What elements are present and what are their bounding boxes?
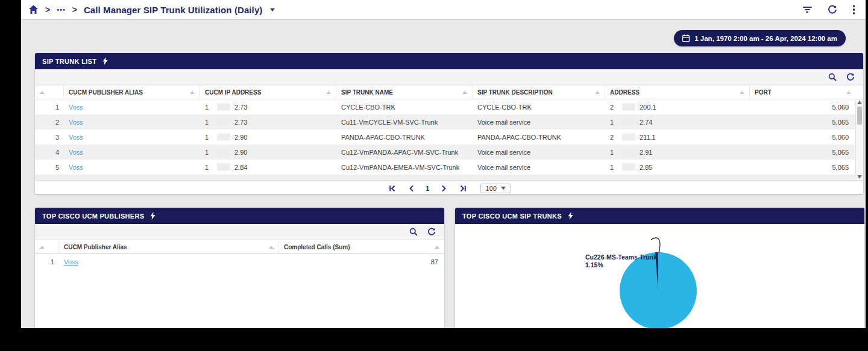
dashboard-content: 1 Jan, 1970 2:00 am - 26 Apr, 2024 12:00… <box>21 20 866 328</box>
publisher-alias-link[interactable]: Voss <box>64 258 78 266</box>
table-row[interactable]: 6 Voss 12.84 PANDA-EMEA-CBO-TRUNK PANDA-… <box>35 175 863 181</box>
sort-caret-icon[interactable] <box>190 91 195 94</box>
address-cell: 2211.1 <box>605 133 750 141</box>
sort-caret-icon[interactable] <box>326 91 331 94</box>
top-sip-trunks-title: TOP CISCO UCM SIP TRUNKS <box>462 213 562 220</box>
publisher-alias-link[interactable]: Voss <box>69 149 83 156</box>
sort-caret-icon[interactable] <box>40 246 45 249</box>
sort-caret-icon[interactable] <box>40 91 45 94</box>
lightning-bolt-icon[interactable] <box>150 212 156 220</box>
first-page-button[interactable] <box>387 183 398 194</box>
filter-icon[interactable] <box>803 7 812 13</box>
publisher-alias-link[interactable]: Voss <box>69 179 83 181</box>
sort-caret-icon[interactable] <box>595 91 600 94</box>
row-number: 2 <box>35 119 64 126</box>
sip-trunk-desc-cell: PANDA-EMEA-CBO-TRUNK <box>473 179 605 181</box>
table-row[interactable]: 1 Voss 12.73 CYCLE-CBO-TRK CYCLE-CBO-TRK… <box>35 99 863 114</box>
home-icon[interactable] <box>28 5 39 14</box>
page-title[interactable]: Call Manager SIP Trunk Utilization (Dail… <box>84 5 262 15</box>
sip-trunk-desc-cell: Voice mail service <box>473 164 605 171</box>
column-address[interactable]: ADDRESS <box>605 85 750 99</box>
publisher-alias-link[interactable]: Voss <box>69 164 83 171</box>
title-dropdown-caret-icon[interactable] <box>270 8 275 11</box>
date-range-label: 1 Jan, 1970 2:00 am - 26 Apr, 2024 12:00… <box>694 35 837 42</box>
search-icon[interactable] <box>828 73 837 81</box>
column-row-number <box>35 240 59 253</box>
column-sip-trunk-description[interactable]: SIP TRUNK DESCRIPTION <box>473 85 605 99</box>
sip-trunk-name-cell: PANDA-EMEA-CBO-TRUNK <box>336 179 473 181</box>
address-cell: 12.91 <box>605 148 750 156</box>
address-cell: 2200.1 <box>605 103 750 111</box>
column-cucm-ip-address[interactable]: CUCM IP ADDRESS <box>200 85 336 99</box>
last-page-button[interactable] <box>458 183 468 194</box>
table-row[interactable]: 4 Voss 12.90 Cu12-VmPANDA-APAC-VM-SVC-Tr… <box>35 144 863 160</box>
table-refresh-icon[interactable] <box>427 228 436 236</box>
column-completed-calls[interactable]: Completed Calls (Sum) <box>279 240 444 253</box>
lightning-bolt-icon[interactable] <box>568 212 573 220</box>
vertical-scrollbar[interactable] <box>855 99 863 180</box>
scroll-down-icon[interactable] <box>857 175 862 179</box>
redacted-blur <box>217 133 230 141</box>
sort-caret-icon[interactable] <box>435 246 439 249</box>
sort-caret-icon[interactable] <box>462 91 467 94</box>
sort-caret-icon[interactable] <box>740 91 744 94</box>
date-range-picker[interactable]: 1 Jan, 1970 2:00 am - 26 Apr, 2024 12:00… <box>674 30 846 46</box>
table-row[interactable]: 1 Voss 87 <box>35 254 444 269</box>
port-cell: 5,065 <box>750 149 863 156</box>
search-icon[interactable] <box>409 228 418 236</box>
row-number: 4 <box>35 149 64 156</box>
redacted-blur <box>622 133 635 141</box>
redacted-blur <box>622 163 635 171</box>
table-refresh-icon[interactable] <box>846 73 855 81</box>
lightning-bolt-icon[interactable] <box>102 57 108 65</box>
sip-trunk-desc-cell: CYCLE-CBO-TRK <box>473 104 605 111</box>
completed-calls-cell: 87 <box>279 258 444 266</box>
address-cell: 2200.1 <box>605 178 750 181</box>
column-cucm-publisher-alias[interactable]: CUCM PUBLISHER ALIAS <box>64 85 200 99</box>
column-row-number <box>35 85 64 99</box>
redacted-blur <box>622 118 635 126</box>
publisher-alias-link[interactable]: Voss <box>69 119 83 126</box>
sort-caret-icon[interactable] <box>846 91 851 94</box>
next-page-button[interactable] <box>438 183 449 194</box>
sip-trunk-name-cell: CYCLE-CBO-TRK <box>336 104 473 111</box>
column-cucm-publisher-alias[interactable]: CUCM Publisher Alias <box>59 240 279 253</box>
breadcrumb-separator-icon: > <box>45 5 50 14</box>
publisher-alias-link[interactable]: Voss <box>69 104 83 111</box>
scroll-up-icon[interactable] <box>857 101 862 104</box>
page-size-select[interactable]: 100 <box>480 184 511 193</box>
sip-trunk-list-toolbar <box>35 69 863 85</box>
refresh-icon[interactable] <box>828 5 837 14</box>
scrollbar-thumb[interactable] <box>857 107 862 125</box>
port-cell: 5,060 <box>750 104 863 111</box>
sip-trunk-table-body: 1 Voss 12.73 CYCLE-CBO-TRK CYCLE-CBO-TRK… <box>35 99 863 181</box>
table-row[interactable]: 2 Voss 12.73 Cu11-VmCYCLE-VM-SVC-Trunk V… <box>35 114 863 129</box>
previous-page-button[interactable] <box>406 183 417 194</box>
publisher-alias-link[interactable]: Voss <box>69 134 83 141</box>
sip-trunk-table-header: CUCM PUBLISHER ALIAS CUCM IP ADDRESS SIP… <box>35 85 863 99</box>
table-row[interactable]: 3 Voss 12.90 PANDA-APAC-CBO-TRUNK PANDA-… <box>35 129 863 144</box>
column-port[interactable]: PORT <box>750 85 863 99</box>
pie-slice-name: Cu226-MS-Teams-Trunk <box>585 253 657 261</box>
pie-chart[interactable] <box>455 224 864 328</box>
redacted-blur <box>622 178 635 181</box>
dashboard: > ••• > Call Manager SIP Trunk Utilizati… <box>0 0 868 351</box>
cucm-ip-cell: 12.73 <box>200 118 336 126</box>
table-row[interactable]: 5 Voss 12.84 Cu12-VmPANDA-EMEA-VM-SVC-Tr… <box>35 160 863 175</box>
breadcrumb-collapsed-menu[interactable]: ••• <box>57 6 66 13</box>
redacted-blur <box>622 103 635 111</box>
port-cell: 5,065 <box>750 164 863 171</box>
sort-caret-icon[interactable] <box>269 246 274 249</box>
redacted-blur <box>217 103 230 111</box>
pie-slice-percent: 1.15% <box>585 261 657 269</box>
column-sip-trunk-name[interactable]: SIP TRUNK NAME <box>336 85 473 99</box>
pie-label-leader-line <box>651 238 660 253</box>
sip-trunk-name-cell: Cu12-VmPANDA-EMEA-VM-SVC-Trunk <box>336 164 473 171</box>
breadcrumb-separator-icon: > <box>72 5 77 14</box>
redacted-blur <box>217 148 230 156</box>
cucm-ip-cell: 12.73 <box>200 103 336 111</box>
kebab-menu-icon[interactable] <box>853 5 855 14</box>
row-number: 1 <box>35 258 59 266</box>
row-number: 6 <box>35 179 64 181</box>
port-cell: 5,060 <box>750 179 863 181</box>
